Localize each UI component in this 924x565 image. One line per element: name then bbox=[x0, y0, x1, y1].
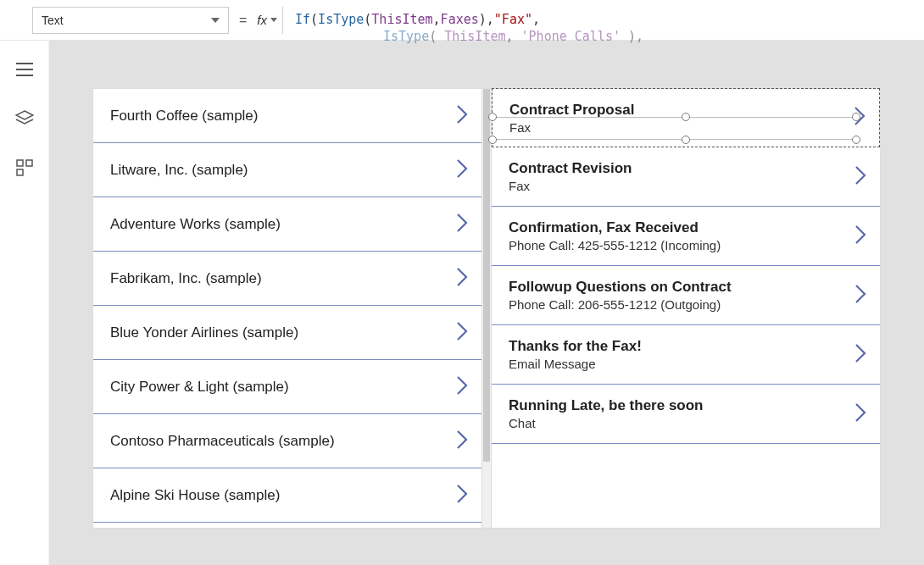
chevron-down-icon bbox=[270, 18, 277, 22]
activity-item[interactable]: Running Late, be there soonChat bbox=[492, 385, 880, 444]
activity-subtitle: Fax bbox=[509, 179, 632, 193]
activity-title: Confirmation, Fax Received bbox=[509, 219, 721, 236]
account-item[interactable]: Adventure Works (sample) bbox=[93, 197, 481, 252]
activity-item[interactable]: Contract RevisionFax bbox=[492, 147, 880, 207]
account-item[interactable]: Fabrikam, Inc. (sample) bbox=[93, 252, 481, 306]
activity-title: Contract Revision bbox=[509, 160, 632, 177]
account-item[interactable]: Blue Yonder Airlines (sample) bbox=[93, 306, 481, 360]
activity-item[interactable]: Contract ProposalFax bbox=[492, 88, 880, 147]
svg-rect-4 bbox=[17, 160, 23, 166]
activity-item[interactable]: Followup Questions on ContractPhone Call… bbox=[492, 266, 880, 325]
activity-text: Contract RevisionFax bbox=[509, 160, 632, 193]
account-label: Fabrikam, Inc. (sample) bbox=[110, 270, 262, 287]
activity-text: Contract ProposalFax bbox=[509, 102, 634, 135]
account-label: Contoso Pharmaceuticals (sample) bbox=[110, 433, 335, 450]
svg-rect-5 bbox=[26, 160, 32, 166]
resize-handle[interactable] bbox=[682, 136, 690, 144]
account-label: Alpine Ski House (sample) bbox=[110, 487, 280, 504]
activities-gallery[interactable]: Contract ProposalFaxContract RevisionFax… bbox=[492, 89, 880, 528]
activity-text: Thanks for the Fax!Email Message bbox=[509, 338, 642, 371]
account-item[interactable]: Contoso Pharmaceuticals (sample) bbox=[93, 414, 481, 468]
account-item[interactable]: City Power & Light (sample) bbox=[93, 360, 481, 414]
property-selector[interactable]: Text bbox=[32, 7, 229, 34]
activity-text: Confirmation, Fax ReceivedPhone Call: 42… bbox=[509, 219, 721, 252]
screen: Fourth Coffee (sample)Litware, Inc. (sam… bbox=[92, 88, 881, 529]
chevron-right-icon[interactable] bbox=[456, 104, 470, 128]
activity-item[interactable]: Confirmation, Fax ReceivedPhone Call: 42… bbox=[492, 207, 880, 266]
chevron-right-icon[interactable] bbox=[854, 284, 868, 307]
layers-icon[interactable] bbox=[14, 108, 35, 129]
activity-text: Running Late, be there soonChat bbox=[509, 397, 704, 430]
activity-subtitle: Fax bbox=[509, 120, 634, 135]
chevron-right-icon[interactable] bbox=[456, 375, 470, 399]
resize-handle[interactable] bbox=[852, 136, 860, 144]
chevron-right-icon[interactable] bbox=[456, 267, 470, 291]
activity-title: Running Late, be there soon bbox=[509, 397, 704, 414]
activity-title: Thanks for the Fax! bbox=[509, 338, 642, 355]
workspace: Fourth Coffee (sample)Litware, Inc. (sam… bbox=[0, 41, 924, 565]
svg-marker-3 bbox=[16, 111, 33, 119]
svg-rect-6 bbox=[17, 169, 23, 175]
chevron-right-icon[interactable] bbox=[456, 158, 470, 182]
components-icon[interactable] bbox=[14, 158, 35, 178]
resize-handle[interactable] bbox=[488, 113, 497, 121]
account-label: Adventure Works (sample) bbox=[110, 216, 281, 233]
account-label: Litware, Inc. (sample) bbox=[110, 162, 248, 179]
formula-overflow: IsType( ThisItem, 'Phone Calls' ), bbox=[383, 29, 643, 44]
resize-handle[interactable] bbox=[852, 113, 860, 121]
chevron-right-icon[interactable] bbox=[456, 484, 470, 507]
chevron-right-icon[interactable] bbox=[456, 429, 470, 453]
chevron-right-icon[interactable] bbox=[854, 224, 868, 248]
activity-text: Followup Questions on ContractPhone Call… bbox=[509, 279, 732, 312]
left-rail bbox=[0, 41, 49, 565]
chevron-right-icon[interactable] bbox=[854, 343, 868, 367]
account-label: Fourth Coffee (sample) bbox=[110, 108, 258, 125]
activity-subtitle: Email Message bbox=[509, 357, 642, 371]
property-selector-label: Text bbox=[42, 14, 64, 27]
account-item[interactable]: Alpine Ski House (sample) bbox=[93, 468, 481, 523]
fx-label[interactable]: fx bbox=[257, 13, 277, 27]
activity-subtitle: Phone Call: 425-555-1212 (Incoming) bbox=[509, 238, 721, 252]
accounts-gallery[interactable]: Fourth Coffee (sample)Litware, Inc. (sam… bbox=[93, 89, 481, 528]
scrollbar[interactable] bbox=[481, 89, 492, 528]
activity-title: Followup Questions on Contract bbox=[509, 279, 732, 296]
scrollbar-thumb[interactable] bbox=[483, 89, 490, 462]
account-item[interactable]: Fourth Coffee (sample) bbox=[93, 89, 481, 143]
equals-label: = bbox=[239, 13, 247, 28]
account-label: Blue Yonder Airlines (sample) bbox=[110, 324, 298, 341]
activity-title: Contract Proposal bbox=[509, 102, 634, 119]
resize-handle[interactable] bbox=[682, 113, 690, 121]
account-label: City Power & Light (sample) bbox=[110, 379, 289, 396]
canvas: Fourth Coffee (sample)Litware, Inc. (sam… bbox=[49, 41, 924, 565]
chevron-down-icon bbox=[211, 18, 220, 23]
chevron-right-icon[interactable] bbox=[854, 402, 868, 426]
chevron-right-icon[interactable] bbox=[456, 321, 470, 345]
resize-handle[interactable] bbox=[488, 136, 497, 144]
chevron-right-icon[interactable] bbox=[456, 213, 470, 236]
activity-subtitle: Chat bbox=[509, 416, 704, 430]
activity-subtitle: Phone Call: 206-555-1212 (Outgoing) bbox=[509, 297, 732, 312]
hamburger-icon[interactable] bbox=[14, 59, 35, 80]
account-item[interactable]: Litware, Inc. (sample) bbox=[93, 143, 481, 197]
activity-item[interactable]: Thanks for the Fax!Email Message bbox=[492, 325, 880, 385]
chevron-right-icon[interactable] bbox=[854, 165, 868, 189]
